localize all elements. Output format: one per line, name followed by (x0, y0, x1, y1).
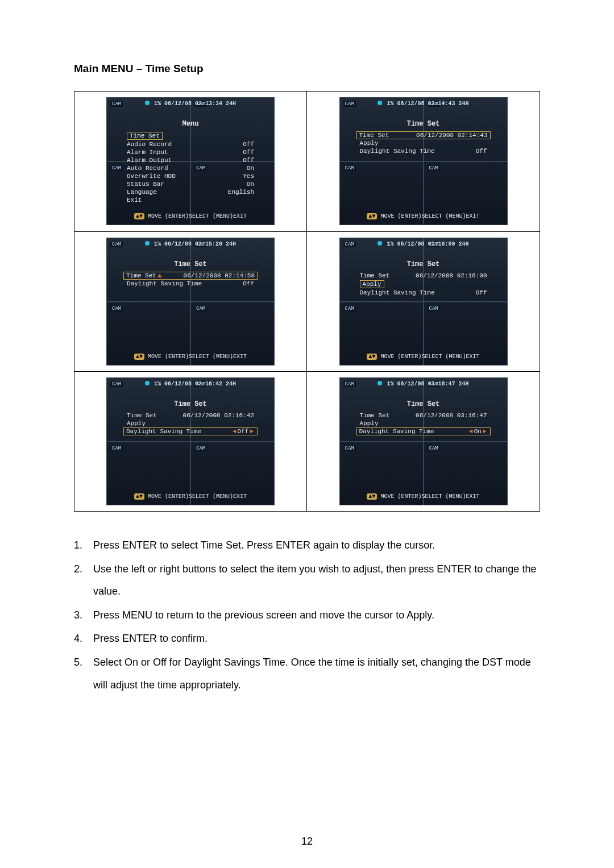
updown-icon: ▲▼ (134, 213, 144, 219)
record-icon (377, 241, 382, 246)
help-bar: ▲▼ MOVE (ENTER)SELECT (MENU)EXIT (339, 493, 508, 500)
timestamp: 1% 06/12/08 02:15:20 24H (154, 241, 236, 247)
menu-value: Off (243, 141, 254, 148)
menu-row[interactable]: Time Set (123, 131, 258, 140)
menu-title: Time Set (123, 260, 258, 268)
help-text: MOVE (ENTER)SELECT (MENU)EXIT (377, 213, 479, 219)
menu-row[interactable]: Daylight Saving TimeOff (123, 280, 258, 288)
menu-row[interactable]: Apply (356, 139, 491, 147)
record-icon (145, 241, 150, 246)
osd-menu: Time SetTime Set06/12/2008 02:14:58Dayli… (123, 260, 258, 288)
arrow-right-icon[interactable]: ► (248, 428, 255, 435)
menu-row[interactable]: Audio RecordOff (123, 140, 258, 148)
menu-value: 06/12/2008 02:14:43 (416, 132, 487, 139)
menu-value: Off (476, 289, 487, 296)
menu-row[interactable]: Alarm InputOff (123, 148, 258, 156)
timestamp: 1% 06/12/08 02:16:42 24H (154, 381, 236, 387)
menu-value: Off (243, 149, 254, 156)
camera-label: CAM (110, 165, 123, 171)
arrow-right-icon[interactable]: ► (482, 428, 488, 435)
menu-row[interactable]: Daylight Saving TimeOff (356, 289, 491, 297)
menu-row[interactable]: Time Set06/12/2008 02:14:58 (123, 272, 258, 280)
arrow-left-icon[interactable]: ◄ (468, 428, 474, 435)
screenshot-cell: CAMCAMCAMCAM1% 06/12/08 02:14:43 24HTime… (307, 92, 540, 231)
camera-label: CAM (194, 446, 207, 451)
menu-label: Daylight Saving Time (360, 289, 435, 296)
menu-row[interactable]: Time Set06/12/2008 02:14:43 (356, 131, 491, 139)
menu-label: Time Set (360, 272, 390, 279)
dvr-preview: CAMCAMCAMCAM1% 06/12/08 02:15:20 24HTime… (106, 238, 275, 366)
screenshot-cell: CAMCAMCAMCAM1% 06/12/08 02:16:42 24HTime… (74, 371, 307, 511)
osd-menu: Time SetTime Set06/12/2008 02:16:42Apply… (123, 400, 258, 435)
instruction-list: Press ENTER to select Time Set. Press EN… (85, 534, 540, 696)
instruction-item: Use the left or right buttons to select … (85, 558, 540, 603)
menu-label: Time Set (127, 412, 157, 419)
timestamp: 1% 06/12/08 02:16:00 24H (387, 241, 468, 247)
menu-row[interactable]: Status BarOn (123, 180, 258, 188)
menu-value: 06/12/2008 02:16:42 (183, 412, 254, 419)
camera-label: CAM (343, 165, 356, 171)
menu-label: Time Set (359, 132, 389, 139)
status-bar: 1% 06/12/08 02:15:20 24H (106, 241, 275, 247)
menu-row[interactable]: Time Set06/12/2008 02:16:00 (356, 272, 491, 280)
status-bar: 1% 06/12/08 02:16:42 24H (106, 381, 275, 387)
screenshot-cell: CAMCAMCAMCAM1% 06/12/08 02:16:00 24HTime… (307, 231, 540, 371)
record-icon (145, 101, 150, 105)
menu-label: Apply (360, 140, 379, 147)
help-bar: ▲▼ MOVE (ENTER)SELECT (MENU)EXIT (106, 493, 275, 500)
instruction-item: Press ENTER to confirm. (85, 628, 540, 650)
menu-row[interactable]: Time Set06/12/2008 02:16:42 (123, 412, 258, 420)
menu-row[interactable]: Time Set06/12/2008 03:16:47 (356, 412, 491, 420)
osd-menu: MenuTime SetAudio RecordOffAlarm InputOf… (123, 120, 258, 204)
menu-title: Menu (123, 120, 258, 128)
menu-row[interactable]: LanguageEnglish (123, 188, 258, 196)
menu-label: Alarm Output (127, 157, 172, 164)
help-bar: ▲▼ MOVE (ENTER)SELECT (MENU)EXIT (106, 354, 275, 360)
menu-title: Time Set (356, 120, 491, 128)
menu-label: Daylight Saving Time (360, 148, 435, 155)
menu-row[interactable]: Daylight Saving Time◄On► (356, 427, 491, 435)
timestamp: 1% 06/12/08 02:13:34 24H (154, 101, 236, 107)
osd-menu: Time SetTime Set06/12/2008 02:16:00Apply… (356, 260, 491, 297)
cursor-icon (157, 274, 162, 277)
menu-value: 06/12/2008 02:16:00 (416, 272, 487, 279)
camera-label: CAM (343, 446, 356, 451)
dvr-preview: CAMCAMCAMCAM1% 06/12/08 02:13:34 24HMenu… (106, 97, 275, 225)
menu-title: Time Set (356, 400, 491, 408)
instruction-item: Select On or Off for Daylight Savings Ti… (85, 651, 540, 696)
menu-row[interactable]: Apply (356, 280, 491, 289)
menu-row[interactable]: Daylight Saving TimeOff (356, 147, 491, 155)
camera-label: CAM (110, 306, 123, 312)
menu-value: 06/12/2008 03:16:47 (416, 412, 487, 419)
menu-value: On (247, 165, 254, 172)
updown-icon: ▲▼ (367, 354, 377, 360)
status-bar: 1% 06/12/08 03:16:47 24H (339, 381, 508, 387)
menu-label: Time Set (360, 412, 390, 419)
camera-label: CAM (428, 165, 440, 171)
menu-value: Yes (243, 173, 254, 180)
arrow-left-icon[interactable]: ◄ (231, 428, 238, 435)
help-text: MOVE (ENTER)SELECT (MENU)EXIT (144, 213, 247, 219)
record-icon (377, 381, 382, 385)
osd-menu: Time SetTime Set06/12/2008 02:14:43Apply… (356, 120, 491, 155)
menu-label: Apply (127, 420, 146, 427)
menu-row[interactable]: Overwrite HDDYes (123, 172, 258, 180)
record-icon (377, 101, 382, 105)
dvr-preview: CAMCAMCAMCAM1% 06/12/08 02:16:42 24HTime… (106, 377, 275, 505)
help-text: MOVE (ENTER)SELECT (MENU)EXIT (144, 493, 247, 500)
menu-row[interactable]: Exit (123, 196, 258, 204)
help-text: MOVE (ENTER)SELECT (MENU)EXIT (377, 354, 479, 360)
menu-row[interactable]: Auto RecordOn (123, 164, 258, 172)
menu-row[interactable]: Apply (356, 420, 491, 427)
status-bar: 1% 06/12/08 02:13:34 24H (106, 101, 275, 107)
timestamp: 1% 06/12/08 03:16:47 24H (387, 381, 468, 387)
menu-value: English (228, 189, 254, 196)
timestamp: 1% 06/12/08 02:14:43 24H (387, 101, 468, 107)
camera-label: CAM (343, 306, 356, 312)
menu-row[interactable]: Apply (123, 420, 258, 427)
menu-row[interactable]: Alarm OutputOff (123, 156, 258, 164)
menu-row[interactable]: Daylight Saving Time◄Off► (123, 427, 258, 435)
menu-label: Alarm Input (127, 149, 168, 156)
status-bar: 1% 06/12/08 02:14:43 24H (339, 101, 508, 107)
camera-label: CAM (428, 306, 440, 312)
